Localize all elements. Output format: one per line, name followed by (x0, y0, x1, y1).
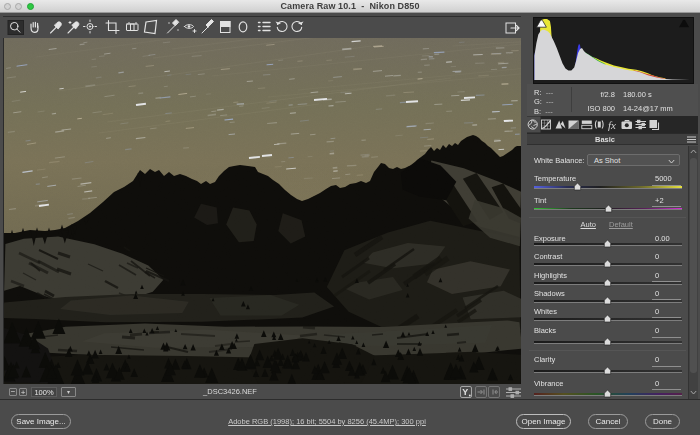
svg-text:Y: Y (462, 387, 468, 397)
svg-text:fx: fx (608, 119, 616, 131)
